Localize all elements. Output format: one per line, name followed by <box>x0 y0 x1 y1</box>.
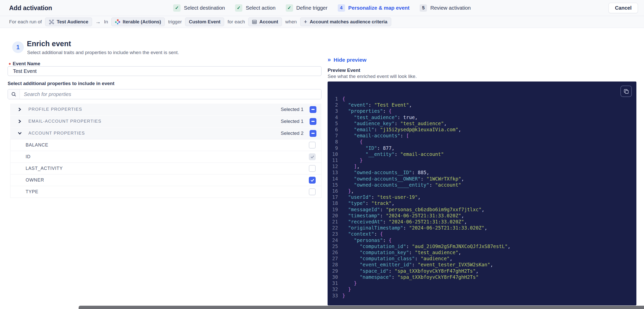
enrich-step-number: 1 <box>12 41 24 53</box>
code-text: "email": "j15i2ysedp@k1euxaIVia.com", <box>342 126 461 133</box>
properties-accordion: PROFILE PROPERTIES Selected 1 EMAIL-ACCO… <box>10 104 321 198</box>
property-label: ID <box>26 154 31 159</box>
step-label: Select action <box>246 5 275 11</box>
audience-network-icon <box>49 19 54 25</box>
property-row-id[interactable]: ID <box>10 151 321 163</box>
context-trigger-label: trigger <box>168 19 182 25</box>
property-row-owner[interactable]: OWNER <box>10 174 321 186</box>
audience-chip[interactable]: Test Audience <box>45 18 92 26</box>
id-checkbox[interactable] <box>309 153 316 160</box>
code-line: 17 "userId": "test-user-19", <box>328 194 636 200</box>
step-personalize-map-event[interactable]: 4 Personalize & map event <box>338 4 410 12</box>
code-text: "messageId": "personas_cb6zdbo6im9g7xxf7… <box>342 206 485 213</box>
code-line: 8 { <box>328 139 636 145</box>
last-activity-checkbox[interactable] <box>309 165 316 172</box>
property-row-type[interactable]: TYPE <box>10 186 321 198</box>
criteria-chip-label: Account matches audience criteria <box>310 19 387 25</box>
owner-checkbox[interactable] <box>309 177 316 184</box>
code-text: } <box>342 157 363 163</box>
trigger-chip[interactable]: Custom Event <box>185 18 224 26</box>
cancel-button[interactable]: Cancel <box>609 3 638 13</box>
code-text: "computation_key": "test_audience", <box>342 249 461 255</box>
code-line: 7 "email-accounts": [ <box>328 133 636 139</box>
code-text: ], <box>342 163 360 169</box>
code-lines: 1{2 "event": "Test Event",3 "properties"… <box>328 96 636 299</box>
group-account-properties[interactable]: ACCOUNT PROPERTIES Selected 2 <box>10 127 321 139</box>
line-number: 20 <box>328 213 342 219</box>
property-label: TYPE <box>26 189 38 194</box>
context-for-each-label: for each <box>227 19 245 25</box>
event-preview-code-block: 1{2 "event": "Test Event",3 "properties"… <box>328 82 636 305</box>
code-text: "event_emitter_id": "event_tester_IVX5W2… <box>342 262 493 268</box>
selected-count: Selected 1 <box>281 119 303 124</box>
step-label: Define trigger <box>296 5 328 11</box>
preview-subtitle: See what the enriched event will look li… <box>328 74 417 79</box>
group-checkbox-indeterminate[interactable] <box>310 118 316 125</box>
line-number: 19 <box>328 206 342 213</box>
entity-chip-label: Account <box>259 19 278 25</box>
copy-button[interactable] <box>620 86 632 97</box>
property-label: BALANCE <box>26 142 48 148</box>
line-number: 4 <box>328 114 342 120</box>
context-in-label: In <box>104 19 108 25</box>
code-line: 32 } <box>328 286 636 292</box>
property-row-balance[interactable]: BALANCE <box>10 139 321 151</box>
code-line: 27 "computation_class": "audience", <box>328 255 636 262</box>
line-number: 27 <box>328 255 342 262</box>
line-number: 17 <box>328 194 342 200</box>
event-name-input[interactable] <box>8 66 321 76</box>
code-text: "receivedAt": "2024-06-25T21:31:33.020Z"… <box>342 219 467 225</box>
step-select-action[interactable]: ✓ Select action <box>235 4 275 12</box>
criteria-chip[interactable]: + Account matches audience criteria <box>300 18 391 26</box>
double-chevron-right-icon: » <box>328 56 331 63</box>
line-number: 5 <box>328 120 342 126</box>
line-number: 10 <box>328 151 342 157</box>
context-when-label: when <box>285 19 297 25</box>
check-icon: ✓ <box>173 4 181 12</box>
destination-chip[interactable]: Iterable (Actions) <box>111 18 165 26</box>
code-line: 24 "personas": { <box>328 237 636 243</box>
step-label: Select destination <box>184 5 225 11</box>
group-label: EMAIL-ACCOUNT PROPERTIES <box>28 119 101 124</box>
group-email-account-properties[interactable]: EMAIL-ACCOUNT PROPERTIES Selected 1 <box>10 116 321 127</box>
code-text: "computation_class": "audience", <box>342 255 453 262</box>
line-number: 26 <box>328 249 342 255</box>
line-number: 21 <box>328 219 342 225</box>
code-line: 14 "owned-accounts__OWNER": "1WCWrTXfkp"… <box>328 176 636 182</box>
code-text: "type": "track", <box>342 200 395 206</box>
group-profile-properties[interactable]: PROFILE PROPERTIES Selected 1 <box>10 104 321 115</box>
balance-checkbox[interactable] <box>309 142 316 149</box>
chevron-right-icon <box>18 108 22 111</box>
step-review-activation[interactable]: 5 Review activation <box>420 4 471 12</box>
arrow-right-icon: → <box>95 19 101 25</box>
code-line: 29 "space_id": "spa_tXXbfoyvCkY8rF47ghH2… <box>328 268 636 274</box>
group-checkbox-indeterminate[interactable] <box>310 106 316 113</box>
code-line: 9 "ID": 877, <box>328 145 636 151</box>
code-line: 16 }, <box>328 188 636 194</box>
line-number: 33 <box>328 292 342 299</box>
code-text: "test_audience": true, <box>342 114 418 120</box>
line-number: 6 <box>328 126 342 133</box>
selected-count: Selected 1 <box>281 107 303 112</box>
code-text: "owned-accounts__OWNER": "1WCWrTXfkp", <box>342 176 464 182</box>
property-label: OWNER <box>26 177 44 183</box>
page-title: Add activation <box>9 0 52 16</box>
preview-title: Preview Event <box>328 68 360 73</box>
step-number-badge: 5 <box>420 4 427 12</box>
stepper: ✓ Select destination ✓ Select action ✓ D… <box>173 4 471 12</box>
chevron-down-icon <box>18 132 22 135</box>
code-text: "properties": { <box>342 108 392 114</box>
step-label: Personalize & map event <box>348 5 410 11</box>
type-checkbox[interactable] <box>309 188 316 195</box>
hide-preview-link[interactable]: » Hide preview <box>328 56 366 63</box>
search-input[interactable] <box>20 89 321 99</box>
property-row-last-activity[interactable]: LAST_ACTIVITY <box>10 162 321 174</box>
code-text: { <box>342 96 345 102</box>
step-define-trigger[interactable]: ✓ Define trigger <box>286 4 328 12</box>
line-number: 11 <box>328 157 342 163</box>
entity-chip[interactable]: Account <box>248 18 282 26</box>
group-checkbox-indeterminate[interactable] <box>310 130 316 137</box>
bottom-window-edge <box>79 306 644 309</box>
top-bar: Add activation ✓ Select destination ✓ Se… <box>0 0 644 16</box>
step-select-destination[interactable]: ✓ Select destination <box>173 4 225 12</box>
